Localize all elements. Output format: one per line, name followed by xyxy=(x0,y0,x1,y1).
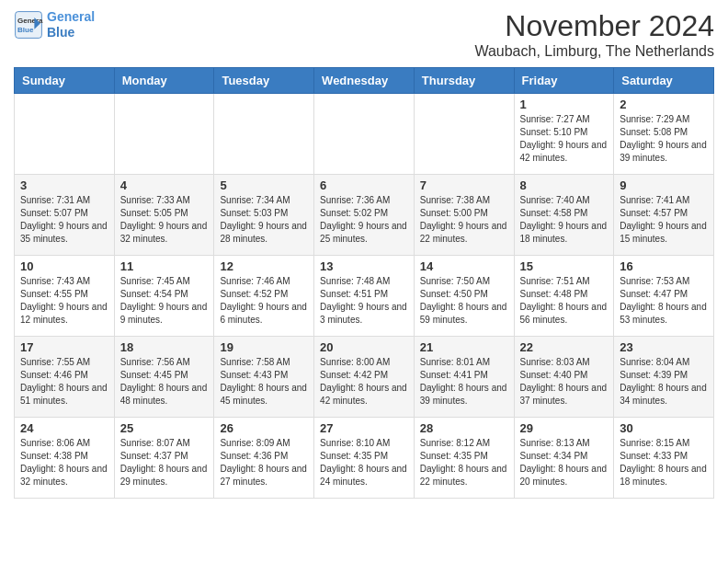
day-number: 7 xyxy=(420,178,508,192)
calendar-cell: 28Sunrise: 8:12 AM Sunset: 4:35 PM Dayli… xyxy=(414,418,514,499)
calendar-cell: 25Sunrise: 8:07 AM Sunset: 4:37 PM Dayli… xyxy=(114,418,214,499)
weekday-header-saturday: Saturday xyxy=(614,68,714,94)
day-info: Sunrise: 8:15 AM Sunset: 4:33 PM Dayligh… xyxy=(620,437,708,488)
day-info: Sunrise: 7:53 AM Sunset: 4:47 PM Dayligh… xyxy=(620,275,708,327)
day-info: Sunrise: 7:56 AM Sunset: 4:45 PM Dayligh… xyxy=(120,356,209,408)
day-number: 6 xyxy=(320,178,408,192)
calendar-cell xyxy=(114,94,214,175)
day-number: 15 xyxy=(520,259,609,273)
day-number: 13 xyxy=(320,259,408,273)
calendar-cell: 24Sunrise: 8:06 AM Sunset: 4:38 PM Dayli… xyxy=(15,418,115,499)
header: General Blue General Blue November 2024 … xyxy=(14,9,714,60)
day-number: 21 xyxy=(420,340,508,354)
week-row-2: 3Sunrise: 7:31 AM Sunset: 5:07 PM Daylig… xyxy=(15,175,714,256)
day-info: Sunrise: 7:55 AM Sunset: 4:46 PM Dayligh… xyxy=(20,356,108,408)
calendar-cell xyxy=(314,94,415,175)
day-info: Sunrise: 8:13 AM Sunset: 4:34 PM Dayligh… xyxy=(520,437,609,488)
day-number: 19 xyxy=(220,340,308,354)
day-info: Sunrise: 7:45 AM Sunset: 4:54 PM Dayligh… xyxy=(120,275,209,327)
calendar-cell: 27Sunrise: 8:10 AM Sunset: 4:35 PM Dayli… xyxy=(314,418,415,499)
month-title: November 2024 xyxy=(474,9,714,43)
day-info: Sunrise: 7:43 AM Sunset: 4:55 PM Dayligh… xyxy=(20,275,108,327)
day-number: 5 xyxy=(220,178,308,192)
calendar-cell: 9Sunrise: 7:41 AM Sunset: 4:57 PM Daylig… xyxy=(614,175,714,256)
day-info: Sunrise: 8:06 AM Sunset: 4:38 PM Dayligh… xyxy=(20,437,108,488)
logo-line2: Blue xyxy=(47,25,74,40)
weekday-header-friday: Friday xyxy=(514,68,614,94)
day-info: Sunrise: 8:00 AM Sunset: 4:42 PM Dayligh… xyxy=(320,356,408,408)
calendar-cell: 23Sunrise: 8:04 AM Sunset: 4:39 PM Dayli… xyxy=(614,337,714,418)
weekday-header-wednesday: Wednesday xyxy=(314,68,415,94)
calendar-cell: 7Sunrise: 7:38 AM Sunset: 5:00 PM Daylig… xyxy=(414,175,514,256)
calendar-cell: 26Sunrise: 8:09 AM Sunset: 4:36 PM Dayli… xyxy=(214,418,314,499)
day-info: Sunrise: 7:33 AM Sunset: 5:05 PM Dayligh… xyxy=(120,194,209,246)
day-number: 27 xyxy=(320,421,408,435)
day-number: 14 xyxy=(420,259,508,273)
day-info: Sunrise: 7:58 AM Sunset: 4:43 PM Dayligh… xyxy=(220,356,308,408)
day-info: Sunrise: 7:36 AM Sunset: 5:02 PM Dayligh… xyxy=(320,194,408,246)
week-row-4: 17Sunrise: 7:55 AM Sunset: 4:46 PM Dayli… xyxy=(15,337,714,418)
day-info: Sunrise: 7:27 AM Sunset: 5:10 PM Dayligh… xyxy=(520,113,609,165)
day-number: 22 xyxy=(520,340,609,354)
calendar-cell: 30Sunrise: 8:15 AM Sunset: 4:33 PM Dayli… xyxy=(614,418,714,499)
day-number: 28 xyxy=(420,421,508,435)
day-info: Sunrise: 8:09 AM Sunset: 4:36 PM Dayligh… xyxy=(220,437,308,488)
day-info: Sunrise: 7:41 AM Sunset: 4:57 PM Dayligh… xyxy=(620,194,708,246)
calendar-cell: 19Sunrise: 7:58 AM Sunset: 4:43 PM Dayli… xyxy=(214,337,314,418)
calendar-cell: 3Sunrise: 7:31 AM Sunset: 5:07 PM Daylig… xyxy=(15,175,115,256)
location-title: Waubach, Limburg, The Netherlands xyxy=(474,43,714,60)
calendar-cell: 1Sunrise: 7:27 AM Sunset: 5:10 PM Daylig… xyxy=(514,94,614,175)
day-number: 8 xyxy=(520,178,609,192)
day-number: 29 xyxy=(520,421,609,435)
day-info: Sunrise: 8:10 AM Sunset: 4:35 PM Dayligh… xyxy=(320,437,408,488)
day-number: 2 xyxy=(620,98,708,111)
calendar-cell: 4Sunrise: 7:33 AM Sunset: 5:05 PM Daylig… xyxy=(114,175,214,256)
calendar-cell xyxy=(214,94,314,175)
day-number: 1 xyxy=(520,98,609,111)
calendar-table: SundayMondayTuesdayWednesdayThursdayFrid… xyxy=(14,67,714,499)
day-number: 30 xyxy=(620,421,708,435)
day-number: 9 xyxy=(620,178,708,192)
day-info: Sunrise: 8:04 AM Sunset: 4:39 PM Dayligh… xyxy=(620,356,708,408)
day-number: 12 xyxy=(220,259,308,273)
calendar-cell: 29Sunrise: 8:13 AM Sunset: 4:34 PM Dayli… xyxy=(514,418,614,499)
calendar-cell: 16Sunrise: 7:53 AM Sunset: 4:47 PM Dayli… xyxy=(614,256,714,337)
calendar-cell: 11Sunrise: 7:45 AM Sunset: 4:54 PM Dayli… xyxy=(114,256,214,337)
day-info: Sunrise: 7:29 AM Sunset: 5:08 PM Dayligh… xyxy=(620,113,708,165)
day-number: 11 xyxy=(120,259,209,273)
calendar-cell: 17Sunrise: 7:55 AM Sunset: 4:46 PM Dayli… xyxy=(15,337,115,418)
day-info: Sunrise: 7:31 AM Sunset: 5:07 PM Dayligh… xyxy=(20,194,108,246)
day-number: 24 xyxy=(20,421,108,435)
title-section: November 2024 Waubach, Limburg, The Neth… xyxy=(474,9,714,60)
day-info: Sunrise: 8:03 AM Sunset: 4:40 PM Dayligh… xyxy=(520,356,609,408)
week-row-1: 1Sunrise: 7:27 AM Sunset: 5:10 PM Daylig… xyxy=(15,94,714,175)
calendar-cell: 2Sunrise: 7:29 AM Sunset: 5:08 PM Daylig… xyxy=(614,94,714,175)
calendar-cell: 15Sunrise: 7:51 AM Sunset: 4:48 PM Dayli… xyxy=(514,256,614,337)
day-info: Sunrise: 7:51 AM Sunset: 4:48 PM Dayligh… xyxy=(520,275,609,327)
logo-line1: General xyxy=(47,9,95,24)
calendar-cell: 10Sunrise: 7:43 AM Sunset: 4:55 PM Dayli… xyxy=(15,256,115,337)
weekday-header-tuesday: Tuesday xyxy=(214,68,314,94)
day-info: Sunrise: 7:38 AM Sunset: 5:00 PM Dayligh… xyxy=(420,194,508,246)
day-number: 23 xyxy=(620,340,708,354)
logo: General Blue General Blue xyxy=(14,9,95,40)
day-info: Sunrise: 7:34 AM Sunset: 5:03 PM Dayligh… xyxy=(220,194,308,246)
day-info: Sunrise: 8:12 AM Sunset: 4:35 PM Dayligh… xyxy=(420,437,508,488)
day-number: 4 xyxy=(120,178,209,192)
calendar-cell xyxy=(15,94,115,175)
calendar-cell: 6Sunrise: 7:36 AM Sunset: 5:02 PM Daylig… xyxy=(314,175,415,256)
day-number: 16 xyxy=(620,259,708,273)
weekday-header-thursday: Thursday xyxy=(414,68,514,94)
weekday-header-monday: Monday xyxy=(114,68,214,94)
day-info: Sunrise: 7:46 AM Sunset: 4:52 PM Dayligh… xyxy=(220,275,308,327)
weekday-header-sunday: Sunday xyxy=(15,68,115,94)
day-number: 25 xyxy=(120,421,209,435)
calendar-cell: 18Sunrise: 7:56 AM Sunset: 4:45 PM Dayli… xyxy=(114,337,214,418)
week-row-5: 24Sunrise: 8:06 AM Sunset: 4:38 PM Dayli… xyxy=(15,418,714,499)
calendar-cell: 5Sunrise: 7:34 AM Sunset: 5:03 PM Daylig… xyxy=(214,175,314,256)
day-number: 20 xyxy=(320,340,408,354)
day-number: 17 xyxy=(20,340,108,354)
calendar-cell xyxy=(414,94,514,175)
calendar-cell: 22Sunrise: 8:03 AM Sunset: 4:40 PM Dayli… xyxy=(514,337,614,418)
calendar-cell: 8Sunrise: 7:40 AM Sunset: 4:58 PM Daylig… xyxy=(514,175,614,256)
